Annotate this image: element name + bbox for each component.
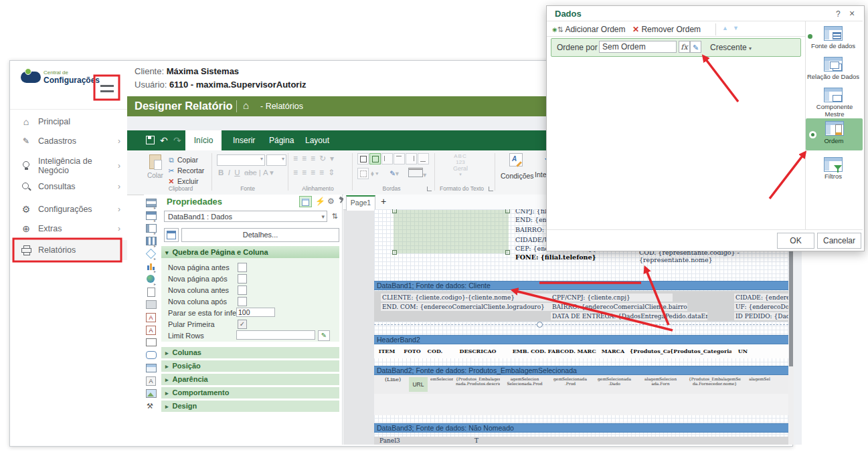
- border-style-button[interactable]: ▾: [408, 168, 426, 179]
- field-bairro-com[interactable]: BAIRRO: {enderecoComercialCliente.bairro…: [551, 303, 687, 311]
- field-fone[interactable]: FONE: {filial.telefone}: [515, 253, 596, 261]
- limit-rows-pencil-icon[interactable]: ✎: [318, 330, 330, 341]
- field-uf[interactable]: UF: {enderecoDoC: [734, 303, 788, 311]
- header-band-icon[interactable]: ▸: [146, 211, 157, 221]
- tab-pagina[interactable]: Página: [269, 136, 294, 145]
- sidebar-item-relatorios[interactable]: Relatórios: [10, 240, 127, 260]
- ok-button[interactable]: OK: [777, 233, 814, 249]
- conditions-button[interactable]: A Condições: [501, 153, 531, 180]
- sidebar-item-configuracoes[interactable]: ⚙ Configurações ›: [10, 199, 127, 219]
- checkbox-nova-coluna-apos[interactable]: [238, 297, 247, 306]
- checkbox-nova-pagina-apos[interactable]: [238, 274, 247, 284]
- databand2-body[interactable]: (Line) URL da emSeleciona {Produtos_Emba…: [374, 375, 788, 394]
- details-button[interactable]: Detalhes...: [181, 228, 339, 242]
- label-icon[interactable]: A: [146, 376, 157, 386]
- sidebar-item-consultas[interactable]: Consultas ›: [10, 177, 127, 197]
- child-band-icon[interactable]: ▸: [146, 224, 157, 233]
- tab-inserir[interactable]: Inserir: [233, 136, 255, 145]
- parar-inferior-input[interactable]: [236, 308, 275, 317]
- section-posicao[interactable]: ▸Posição: [161, 360, 339, 372]
- headerband2-columns[interactable]: ITEM FOTO COD. DESCRICAO EMB. COD. FAB. …: [374, 344, 788, 358]
- section-colunas[interactable]: ▸Colunas: [161, 347, 339, 358]
- border-all-button[interactable]: [357, 153, 369, 164]
- nav-fonte-de-dados[interactable]: Fonte de dados: [805, 43, 861, 50]
- move-down-icon[interactable]: ▼: [733, 25, 739, 31]
- expression-pencil-icon[interactable]: ✎: [690, 41, 701, 53]
- rectangle-icon[interactable]: [146, 338, 157, 348]
- databand2-header[interactable]: DataBand2; Fonte de dados: Produtos_Emba…: [374, 366, 788, 375]
- tools-icon[interactable]: ⚒: [146, 402, 157, 411]
- selected-image-placeholder[interactable]: [394, 210, 509, 253]
- menu-toggle-button[interactable]: [96, 79, 118, 99]
- sidebar-item-extras[interactable]: ⊕ Extras ›: [10, 219, 127, 239]
- filter-icon[interactable]: [824, 157, 843, 172]
- horizontal-align-buttons[interactable]: ≡≡≡≡⇕: [293, 168, 339, 177]
- field-data-entrega[interactable]: DATA DE ENTREGA: {DadosEntregaPedido.dat…: [551, 312, 707, 320]
- band-resize-divider[interactable]: [374, 324, 788, 325]
- rounded-rectangle-icon[interactable]: [146, 351, 157, 360]
- cancel-button[interactable]: Cancelar: [817, 233, 861, 249]
- sort-az-icon[interactable]: ⇅: [330, 211, 339, 222]
- border-left-button[interactable]: [381, 153, 393, 164]
- redo-icon[interactable]: ↷: [173, 135, 181, 146]
- cut-button[interactable]: ✂Recortar: [167, 166, 204, 175]
- data-relation-icon[interactable]: [824, 57, 843, 72]
- shapes-icon[interactable]: ▸: [146, 249, 157, 259]
- copy-button[interactable]: ⧉Copiar: [167, 156, 198, 164]
- databand1-header[interactable]: DataBand1; Fonte de dados: Cliente: [374, 281, 788, 290]
- tab-page1[interactable]: Page1: [346, 195, 375, 211]
- section-aparencia[interactable]: ▸Aparência: [161, 374, 339, 385]
- vertical-align-buttons[interactable]: ≡≡≡↻▾: [293, 154, 338, 163]
- order-by-input[interactable]: [599, 41, 677, 53]
- sub-report-icon[interactable]: [146, 364, 157, 373]
- settings-gear-icon[interactable]: ⚙: [327, 197, 335, 206]
- fx-button[interactable]: fx: [679, 41, 690, 53]
- cross-table-icon[interactable]: ▸: [146, 237, 157, 246]
- nav-filtros[interactable]: Filtros: [805, 173, 861, 181]
- text-format-button[interactable]: ABC 123 Geral ▾: [442, 153, 479, 177]
- font-name-dropdown[interactable]: [217, 154, 265, 166]
- text-icon[interactable]: A: [146, 313, 157, 322]
- border-outline-button[interactable]: [369, 153, 381, 164]
- footer-panel-band[interactable]: Panel3 T: [374, 437, 788, 445]
- field-id-pedido[interactable]: ID PEDIDO: {Dado: [734, 312, 788, 320]
- nav-ordem[interactable]: Ordem: [806, 138, 862, 145]
- databand3-header[interactable]: DataBand3; Fonte de dados: Não Nomeado: [374, 423, 788, 433]
- section-design[interactable]: ▸Design: [161, 401, 339, 412]
- font-size-dropdown[interactable]: [266, 154, 286, 166]
- page-icon[interactable]: [146, 288, 157, 297]
- tab-inicio[interactable]: Início: [185, 130, 222, 150]
- map-globe-icon[interactable]: ▸: [146, 275, 157, 284]
- save-icon[interactable]: [146, 135, 155, 146]
- checkbox-pular-primeira[interactable]: [238, 320, 247, 329]
- section-page-column-break[interactable]: ▾Quebra de Página e Coluna: [161, 246, 339, 258]
- border-bottom-button[interactable]: [418, 153, 429, 164]
- field-cidade[interactable]: CIDADE: {enderec: [734, 294, 788, 302]
- direction-dropdown[interactable]: Crescente ▾: [710, 43, 752, 52]
- limit-rows-input[interactable]: [236, 330, 315, 340]
- nav-relacao-de-dados[interactable]: Relação de Dados: [805, 74, 861, 81]
- properties-mode-icon[interactable]: [299, 196, 312, 207]
- field-cliente[interactable]: CLIENTE: {cliente.codigo}-{cliente.nome}: [381, 294, 552, 302]
- chart-icon[interactable]: ▸: [146, 262, 157, 271]
- field-end-com[interactable]: END. COM: {enderecoComercialCliente.logr…: [381, 303, 552, 311]
- fill-color-button[interactable]: ⬧ ▾: [371, 169, 379, 178]
- checkbox-nova-pagina-antes[interactable]: [238, 263, 247, 272]
- sidebar-item-inteligencia[interactable]: Inteligência de Negócio ›: [10, 152, 127, 179]
- headerband2-header[interactable]: HeaderBand2: [374, 335, 788, 344]
- undo-icon[interactable]: ↶: [160, 135, 168, 146]
- master-component-icon[interactable]: [824, 88, 843, 102]
- remove-order-button[interactable]: ✕ Remover Ordem: [632, 25, 701, 34]
- sidebar-item-cadastros[interactable]: ✎ Cadastros ›: [10, 131, 127, 151]
- section-comportamento[interactable]: ▸Comportamento: [161, 387, 339, 399]
- dialog-close-icon[interactable]: ×: [849, 8, 855, 19]
- checkbox-nova-coluna-antes[interactable]: [238, 286, 247, 295]
- move-up-icon[interactable]: ▲: [722, 25, 728, 31]
- band-resize-handle[interactable]: [537, 322, 543, 328]
- delete-button[interactable]: ✕Excluir: [167, 177, 199, 185]
- events-lightning-icon[interactable]: ⚡: [315, 197, 325, 206]
- report-band-icon[interactable]: ▸: [146, 199, 157, 208]
- data-source-icon[interactable]: [824, 26, 843, 41]
- border-top-button[interactable]: [394, 153, 405, 164]
- databand1-body[interactable]: CLIENTE: {cliente.codigo}-{cliente.nome}…: [374, 291, 788, 322]
